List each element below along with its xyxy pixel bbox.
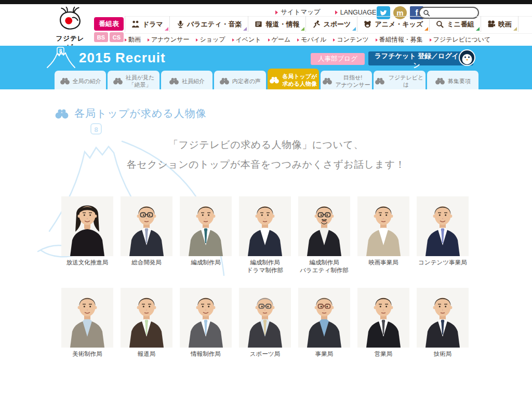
department-label: 報道局 [121, 350, 172, 366]
arrow-icon [232, 38, 234, 42]
login-button[interactable]: ラフチケット 登録／ログイン [368, 51, 473, 65]
page-title: 各局トップが求める人物像 [55, 107, 532, 121]
arrow-icon [430, 38, 432, 42]
sub-nav-item-6[interactable]: コンテンツ [333, 35, 368, 44]
nav-item-news[interactable]: 報道・情報 [248, 17, 305, 32]
binoculars-icon [55, 109, 69, 119]
arrow-icon [268, 38, 270, 42]
sub-nav-item-7[interactable]: 番組情報・募集 [376, 35, 423, 44]
timetable-button[interactable]: 番組表 [94, 17, 124, 31]
recruit-banner: 8 2015 Recruit 人事部ブログ ラフチケット 登録／ログイン 全局の… [0, 46, 532, 89]
person-card[interactable]: 技術局 [417, 288, 469, 366]
person-card[interactable]: 営業局 [357, 288, 409, 366]
arrow-icon [333, 38, 335, 42]
top-black-bar [0, 0, 532, 4]
person-card[interactable]: 編成制作局 ドラマ制作部 [239, 196, 291, 274]
person-card[interactable]: 放送文化推進局 [61, 196, 113, 274]
arrow-icon [148, 38, 150, 42]
portrait-photo[interactable] [298, 196, 350, 256]
search-icon [423, 9, 430, 17]
portrait-photo[interactable] [417, 196, 469, 256]
person-card[interactable]: 美術制作局 [61, 288, 113, 366]
person-card[interactable]: 報道局 [121, 288, 172, 366]
nav-item-drama[interactable]: ドラマ [125, 17, 169, 32]
banner-title: 2015 Recruit [79, 50, 166, 66]
sub-nav-item-0[interactable]: 動画 [125, 35, 141, 44]
people-row-2: 美術制作局報道局情報制作局スポーツ局事業局営業局技術局 [61, 288, 469, 366]
arrow-icon [125, 38, 127, 42]
sitemap-link[interactable]: サイトマップ [275, 8, 321, 17]
page: フジテレビ 番組表 BS CS サイトマップ LANGUAGE m f ドラマバ… [0, 0, 532, 399]
portrait-photo[interactable] [121, 288, 172, 348]
person-card[interactable]: 情報制作局 [180, 288, 232, 366]
tab-bar: 全局の紹介社員が見た 「絶景」社員紹介内定者の声各局トップが 求める人物像目指せ… [55, 69, 478, 91]
person-card[interactable]: 映画事業局 [357, 196, 409, 274]
sub-nav-item-1[interactable]: アナウンサー [148, 35, 189, 44]
site-header: フジテレビ 番組表 BS CS サイトマップ LANGUAGE m f ドラマバ… [0, 4, 532, 46]
person-card[interactable]: 総合開発局 [121, 196, 172, 274]
people-row-1: 放送文化推進局総合開発局編成制作局編成制作局 ドラマ制作部編成制作局 バラエティ… [61, 196, 469, 274]
person-card[interactable]: 編成制作局 バラエティ制作部 [298, 196, 350, 274]
tab-top-profiles[interactable]: 各局トップが 求める人物像 [268, 69, 319, 91]
corner-triangle [513, 27, 517, 31]
arrow-icon [376, 38, 378, 42]
person-card[interactable]: 編成制作局 [180, 196, 232, 274]
sub-nav-item-4[interactable]: ゲーム [268, 35, 291, 44]
corner-triangle [476, 27, 480, 31]
portrait-photo[interactable] [180, 196, 232, 256]
penguin-mascot-icon [458, 48, 476, 67]
svg-text:8: 8 [94, 126, 98, 134]
nav-item-movie[interactable]: 映画 [481, 17, 518, 32]
binoculars-icon [435, 77, 445, 85]
tab-offer-holders[interactable]: 内定者の声 [214, 71, 265, 91]
person-card[interactable]: スポーツ局 [239, 288, 291, 366]
sub-nav-item-5[interactable]: モバイル [297, 35, 326, 44]
corner-triangle [301, 27, 304, 31]
nav-item-variety[interactable]: バラエティ・音楽 [169, 17, 248, 32]
fujitv-logo[interactable]: フジテレビ [54, 6, 87, 52]
portrait-photo[interactable] [239, 288, 291, 348]
tab-employees[interactable]: 社員紹介 [161, 71, 212, 91]
sub-nav-item-3[interactable]: イベント [232, 35, 261, 44]
portrait-photo[interactable] [357, 288, 409, 348]
department-label: 総合開発局 [121, 259, 172, 274]
portrait-photo[interactable] [417, 288, 469, 348]
fujitv-eye-icon [55, 6, 86, 33]
sub-nav-item-2[interactable]: ショップ [196, 35, 225, 44]
tab-all-bureaus[interactable]: 全局の紹介 [55, 71, 106, 91]
department-label: 映画事業局 [357, 259, 409, 274]
bs-button[interactable]: BS [94, 32, 108, 42]
portrait-photo[interactable] [61, 288, 113, 348]
hr-blog-button[interactable]: 人事部ブログ [311, 53, 365, 65]
portrait-photo[interactable] [357, 196, 409, 256]
utility-links: サイトマップ LANGUAGE [275, 8, 376, 17]
person-card[interactable]: コンテンツ事業局 [417, 196, 469, 274]
tab-superb-views[interactable]: 社員が見た 「絶景」 [108, 71, 159, 91]
department-label: コンテンツ事業局 [417, 259, 469, 274]
sub-nav-item-8[interactable]: フジテレビについて [430, 35, 491, 44]
department-label: 編成制作局 [180, 259, 232, 274]
newspaper-icon [255, 20, 262, 28]
nav-item-sports[interactable]: スポーツ [305, 17, 357, 32]
nav-item-mini[interactable]: ミニ番組 [429, 17, 481, 32]
portrait-photo[interactable] [239, 196, 291, 256]
department-label: 放送文化推進局 [61, 259, 113, 274]
portrait-photo[interactable] [298, 288, 350, 348]
department-label: スポーツ局 [239, 350, 291, 366]
department-label: 営業局 [357, 350, 409, 366]
portrait-photo[interactable] [121, 196, 172, 256]
tab-requirements[interactable]: 募集要項 [427, 71, 478, 91]
cs-button[interactable]: CS [110, 32, 124, 42]
language-link[interactable]: LANGUAGE [335, 8, 376, 17]
main-nav: ドラマバラエティ・音楽報道・情報スポーツアニメ・キッズミニ番組映画 [125, 16, 532, 32]
tab-announcer[interactable]: 目指せ! アナウンサー [321, 71, 372, 91]
department-label: 技術局 [417, 350, 469, 366]
arrow-icon [335, 10, 338, 15]
nav-item-anime-kids[interactable]: アニメ・キッズ [357, 17, 429, 32]
corner-triangle [424, 27, 428, 31]
portrait-photo[interactable] [180, 288, 232, 348]
tab-about-fujitv[interactable]: フジテレビとは [374, 71, 425, 91]
magnifier-icon [436, 20, 444, 28]
person-card[interactable]: 事業局 [298, 288, 350, 366]
portrait-photo[interactable] [61, 196, 113, 256]
